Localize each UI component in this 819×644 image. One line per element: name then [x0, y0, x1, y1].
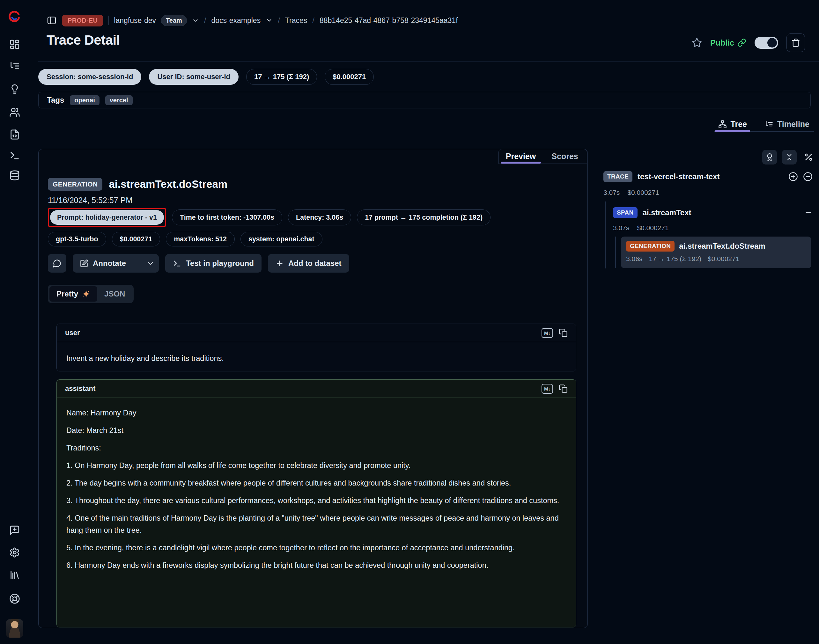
user-message-card: user Invent a new holiday and describe i… [57, 324, 576, 371]
span-badge: SPAN [613, 207, 638, 218]
collapse-icon[interactable] [803, 172, 813, 181]
support-lifebuoy-icon[interactable] [9, 593, 20, 604]
tab-tree[interactable]: Tree [715, 117, 750, 131]
tab-timeline-label: Timeline [777, 120, 810, 129]
public-toggle[interactable] [754, 37, 778, 49]
chevrons-down-up-icon [785, 153, 793, 161]
tree-node-span[interactable]: SPAN ai.streamText [613, 207, 813, 218]
latency-chip: Latency: 3.06s [288, 210, 351, 225]
tab-tree-label: Tree [731, 120, 747, 129]
breadcrumb-traces[interactable]: Traces [285, 16, 307, 25]
annotate-button-group: Annotate [73, 254, 159, 273]
tab-scores[interactable]: Scores [543, 149, 587, 164]
public-link[interactable]: Public [710, 38, 746, 48]
tree-icon [718, 120, 727, 129]
breadcrumb-project[interactable]: docs-examples [211, 16, 261, 25]
message-line: Name: Harmony Day [66, 407, 566, 419]
dashboard-icon[interactable] [9, 39, 20, 50]
breadcrumb-trace-id[interactable]: 88b14e25-47ad-4867-b758-2349145aa31f [320, 16, 458, 25]
tab-preview[interactable]: Preview [499, 149, 543, 164]
prompts-lightbulb-icon[interactable] [9, 84, 20, 95]
trace-badge: TRACE [604, 171, 632, 182]
span-duration: 3.07s [613, 224, 629, 232]
playground-label: Test in playground [186, 259, 254, 268]
feedback-icon[interactable] [9, 525, 20, 536]
org-tag-badge[interactable]: Team [161, 15, 187, 26]
tree-node-generation-selected[interactable]: GENERATION ai.streamText.doStream 3.06s … [621, 236, 811, 268]
comment-button[interactable] [48, 254, 66, 273]
test-in-playground-button[interactable]: Test in playground [165, 254, 261, 273]
observation-timestamp: 11/16/2024, 5:52:57 PM [48, 196, 132, 205]
add-to-dataset-button[interactable]: Add to dataset [268, 254, 349, 273]
user-id-chip[interactable]: User ID: some-user-id [149, 69, 238, 85]
sidebar-toggle-icon[interactable] [46, 15, 57, 26]
observation-type-badge: GENERATION [48, 178, 102, 191]
span-metrics: 3.07s $0.000271 [613, 224, 669, 232]
annotate-label: Annotate [93, 259, 126, 268]
summary-chips: Session: some-session-id User ID: some-u… [38, 69, 374, 85]
chevron-down-icon[interactable] [192, 17, 199, 24]
annotate-dropdown-button[interactable] [142, 259, 159, 267]
users-icon[interactable] [9, 107, 20, 118]
user-message-header: user [57, 324, 576, 342]
trace-duration: 3.07s [604, 189, 620, 196]
tracing-icon[interactable] [9, 61, 20, 71]
max-tokens-chip: maxTokens: 512 [166, 232, 235, 247]
markdown-toggle-icon[interactable] [541, 328, 553, 338]
settings-gear-icon[interactable] [9, 547, 20, 558]
format-toggle: Pretty JSON [48, 285, 134, 303]
datasets-file-code-icon[interactable] [9, 129, 20, 140]
award-icon-button[interactable] [762, 150, 777, 164]
pretty-label: Pretty [57, 290, 78, 298]
env-badge[interactable]: PROD-EU [62, 15, 103, 26]
generation-badge: GENERATION [626, 241, 675, 251]
tag-openai[interactable]: openai [70, 95, 99, 105]
breadcrumb-org[interactable]: langfuse-dev [114, 16, 156, 25]
message-line: 1. On Harmony Day, people from all walks… [66, 459, 566, 472]
star-icon[interactable] [692, 38, 702, 48]
copy-icon[interactable] [559, 384, 568, 393]
message-line: Invent a new holiday and describe its tr… [66, 352, 566, 364]
prompt-chip[interactable]: Prompt: holiday-generator - v1 [50, 210, 164, 225]
public-label: Public [710, 38, 734, 48]
pretty-segment[interactable]: Pretty [49, 286, 97, 302]
breadcrumb: PROD-EU langfuse-dev Team / docs-example… [46, 14, 458, 28]
assistant-message-header: assistant [57, 380, 576, 398]
message-line: 6. Harmony Day ends with a fireworks dis… [66, 559, 566, 571]
markdown-toggle-icon[interactable] [541, 384, 553, 394]
annotate-button[interactable]: Annotate [73, 259, 133, 268]
delete-trace-button[interactable] [787, 34, 805, 52]
collapse-all-button[interactable] [782, 150, 797, 164]
award-icon [765, 153, 774, 161]
playground-terminal-icon[interactable] [9, 150, 20, 161]
database-icon[interactable] [9, 170, 20, 181]
system-chip: system: openai.chat [240, 232, 323, 247]
expand-all-icon[interactable] [788, 172, 798, 181]
copy-icon[interactable] [559, 328, 568, 337]
session-chip[interactable]: Session: some-session-id [38, 69, 141, 85]
toggle-knob [767, 38, 777, 48]
percent-toggle[interactable] [804, 152, 813, 162]
user-avatar[interactable] [6, 619, 23, 638]
observation-actions: Annotate Test in playground Add to datas… [48, 254, 349, 273]
minus-icon[interactable] [804, 209, 813, 217]
message-tools [541, 328, 568, 338]
message-role: user [65, 329, 80, 337]
json-segment[interactable]: JSON [97, 286, 132, 302]
divider [108, 15, 109, 25]
span-cost: $0.000271 [637, 224, 668, 232]
trace-detail-page: PROD-EU langfuse-dev Team / docs-example… [0, 0, 819, 644]
tab-timeline[interactable]: Timeline [762, 117, 813, 131]
tag-vercel[interactable]: vercel [105, 95, 133, 105]
json-label: JSON [104, 290, 125, 298]
percent-icon [804, 152, 813, 162]
chevron-down-icon[interactable] [266, 17, 273, 24]
observation-header: GENERATION ai.streamText.doStream [48, 178, 227, 191]
langfuse-logo-icon[interactable] [8, 11, 20, 23]
header-divider [38, 61, 819, 61]
header-actions: Public [692, 33, 805, 52]
timeline-icon [765, 120, 773, 129]
observation-chips-row-2: gpt-3.5-turbo $0.000271 maxTokens: 512 s… [48, 232, 323, 247]
tree-node-trace[interactable]: TRACE test-vercel-stream-text [604, 171, 813, 182]
library-icon[interactable] [9, 569, 20, 580]
